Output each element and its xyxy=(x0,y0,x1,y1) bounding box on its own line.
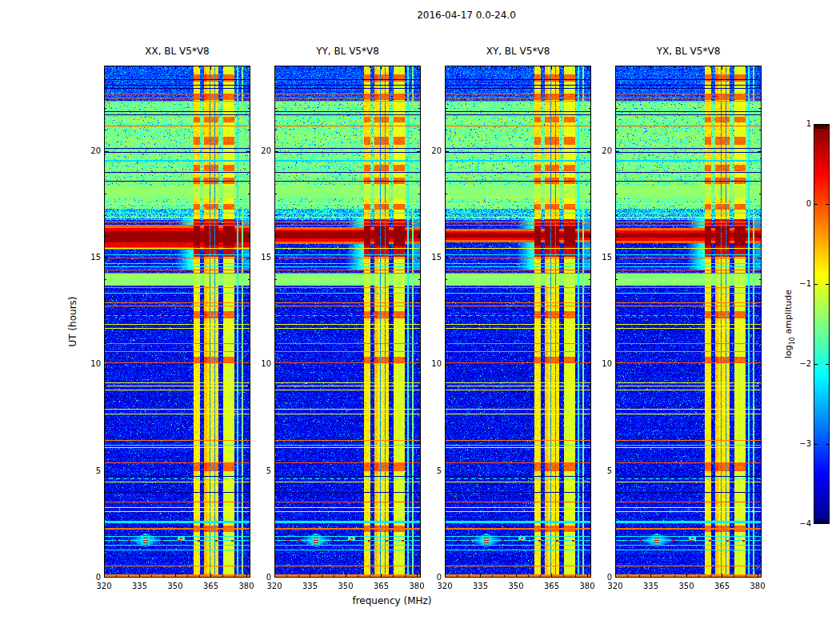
x-tick-label: 350 xyxy=(158,581,193,591)
x-tick-label: 320 xyxy=(257,581,292,591)
y-tick-label: 15 xyxy=(588,252,612,262)
x-tick-label: 365 xyxy=(193,581,228,591)
x-tick-label: 320 xyxy=(86,581,122,591)
y-tick-label: 10 xyxy=(418,358,442,369)
figure-title: 2016-04-17 0.0-24.0 xyxy=(417,10,516,21)
x-tick-label: 335 xyxy=(292,581,327,591)
colorbar-tick-label: −1 xyxy=(787,278,811,289)
x-tick-label: 365 xyxy=(363,581,398,591)
y-tick-label: 10 xyxy=(77,358,101,369)
x-tick-label: 365 xyxy=(704,581,739,591)
y-tick-label: 10 xyxy=(247,358,271,369)
x-tick-label: 350 xyxy=(669,581,704,591)
x-axis-label: frequency (MHz) xyxy=(352,595,431,606)
y-tick-label: 5 xyxy=(418,466,442,476)
x-tick-label: 335 xyxy=(633,581,668,591)
y-tick-label: 20 xyxy=(588,146,612,156)
y-tick-label: 5 xyxy=(247,466,271,476)
heatmap-panel-yx xyxy=(615,66,762,578)
y-axis-label: UT (hours) xyxy=(67,296,78,346)
colorbar-tick-label: −4 xyxy=(787,518,811,529)
y-tick-label: 10 xyxy=(588,358,612,369)
y-tick-label: 15 xyxy=(77,252,101,262)
heatmap-panel-xy xyxy=(445,66,591,578)
colorbar xyxy=(814,124,830,524)
colorbar-label: log10 amplitude xyxy=(783,290,795,358)
spectrogram-figure: 2016-04-17 0.0-24.0 XX, BL V5*V8 YY, BL … xyxy=(0,0,840,640)
x-tick-label: 335 xyxy=(122,581,157,591)
y-tick-label: 20 xyxy=(247,146,271,156)
x-tick-label: 335 xyxy=(462,581,498,591)
panel-title-yx: YX, BL V5*V8 xyxy=(615,46,762,57)
heatmap-panel-yy xyxy=(274,66,421,578)
x-tick-label: 320 xyxy=(427,581,462,591)
colorbar-tick-label: 0 xyxy=(787,198,811,209)
x-tick-label: 320 xyxy=(598,581,633,591)
y-tick-label: 20 xyxy=(418,146,442,156)
colorbar-tick-label: −2 xyxy=(787,358,811,369)
x-tick-label: 350 xyxy=(498,581,534,591)
x-tick-label: 380 xyxy=(740,581,775,591)
y-tick-label: 5 xyxy=(588,466,612,476)
colorbar-tick-label: 1 xyxy=(787,118,811,129)
panel-title-xy: XY, BL V5*V8 xyxy=(445,46,591,57)
x-tick-label: 350 xyxy=(328,581,363,591)
y-tick-label: 20 xyxy=(77,146,101,156)
y-tick-label: 15 xyxy=(247,252,271,262)
panel-title-yy: YY, BL V5*V8 xyxy=(274,46,421,57)
y-tick-label: 5 xyxy=(77,466,101,476)
y-tick-label: 15 xyxy=(418,252,442,262)
heatmap-panel-xx xyxy=(104,66,250,578)
panel-title-xx: XX, BL V5*V8 xyxy=(104,46,250,57)
x-tick-label: 365 xyxy=(534,581,569,591)
colorbar-tick-label: −3 xyxy=(787,438,811,449)
